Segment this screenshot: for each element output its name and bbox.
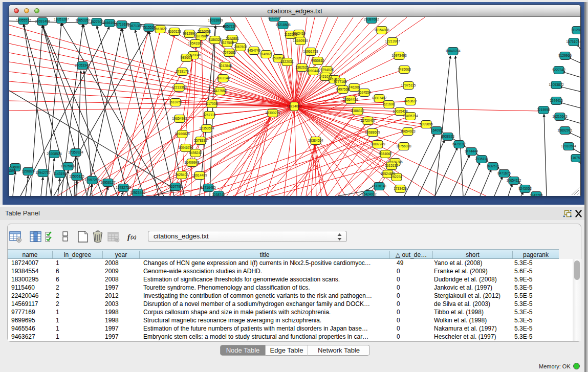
svg-text:585081: 585081: [10, 165, 21, 169]
svg-text:19384554: 19384554: [308, 139, 323, 142]
svg-text:13300273: 13300273: [265, 111, 280, 115]
svg-text:17359924: 17359924: [68, 150, 83, 154]
svg-text:1733426: 1733426: [394, 187, 407, 190]
svg-text:1962419: 1962419: [292, 32, 306, 35]
svg-text:19654923: 19654923: [400, 129, 416, 133]
svg-text:16848784: 16848784: [445, 49, 461, 53]
svg-text:1615132: 1615132: [385, 164, 398, 167]
svg-text:9227342: 9227342: [552, 68, 565, 72]
svg-text:12213363: 12213363: [171, 85, 187, 89]
svg-text:6497568: 6497568: [336, 87, 350, 91]
svg-text:12213967: 12213967: [385, 39, 400, 43]
svg-text:5226058: 5226058: [198, 30, 211, 33]
svg-text:9657791: 9657791: [169, 185, 182, 188]
svg-text:1342786: 1342786: [530, 193, 543, 196]
svg-text:16033809: 16033809: [208, 18, 223, 22]
svg-text:7857224: 7857224: [223, 25, 236, 28]
svg-text:10154808: 10154808: [374, 28, 389, 32]
svg-text:9474444: 9474444: [465, 149, 478, 153]
svg-text:7663822: 7663822: [154, 27, 167, 31]
svg-text:8813054: 8813054: [268, 17, 281, 19]
svg-text:19654983: 19654983: [172, 117, 187, 120]
svg-text:2546881: 2546881: [226, 37, 239, 40]
svg-text:16961758: 16961758: [303, 50, 318, 53]
svg-text:17975115: 17975115: [401, 83, 416, 87]
svg-text:3624554: 3624554: [358, 91, 371, 94]
svg-text:12353594: 12353594: [199, 126, 214, 130]
svg-text:7625402: 7625402: [175, 173, 188, 177]
svg-text:5578332: 5578332: [194, 139, 207, 142]
svg-text:13716485: 13716485: [201, 186, 216, 189]
svg-text:29053346: 29053346: [75, 63, 90, 67]
svg-text:621608: 621608: [383, 102, 395, 106]
svg-text:10756928: 10756928: [396, 144, 411, 148]
svg-text:14055572: 14055572: [16, 18, 31, 22]
svg-text:8938923: 8938923: [441, 135, 454, 138]
svg-text:20208576: 20208576: [47, 152, 62, 156]
svg-text:7632621: 7632621: [486, 164, 499, 168]
svg-text:4391590: 4391590: [9, 169, 16, 172]
svg-text:9146821: 9146821: [259, 52, 273, 56]
svg-text:9794028: 9794028: [320, 68, 334, 72]
svg-text:2386372: 2386372: [351, 109, 364, 113]
svg-text:16782759: 16782759: [116, 186, 131, 189]
svg-text:9463627: 9463627: [404, 99, 417, 103]
svg-text:7588520: 7588520: [272, 56, 285, 60]
svg-text:10807487: 10807487: [372, 96, 387, 100]
svg-text:18807249: 18807249: [370, 142, 385, 146]
svg-text:7955812: 7955812: [311, 59, 324, 62]
svg-text:9245052: 9245052: [518, 187, 532, 190]
svg-text:10046786: 10046786: [178, 146, 193, 149]
svg-text:9242848: 9242848: [219, 64, 232, 68]
svg-text:19218506: 19218506: [275, 23, 291, 27]
svg-text:16210643: 16210643: [552, 115, 568, 118]
svg-text:1156829: 1156829: [21, 169, 35, 173]
svg-text:20387682: 20387682: [364, 17, 379, 21]
svg-text:13495794: 13495794: [403, 114, 418, 118]
svg-text:10543362: 10543362: [188, 41, 203, 45]
svg-text:12505125: 12505125: [69, 174, 84, 178]
svg-text:8990444: 8990444: [307, 69, 320, 73]
svg-text:1112803: 1112803: [571, 28, 580, 32]
svg-text:8427552: 8427552: [213, 89, 227, 93]
svg-text:1610755: 1610755: [169, 100, 182, 104]
svg-text:(x): (x): [130, 234, 137, 240]
svg-text:8454749: 8454749: [247, 49, 260, 52]
svg-text:17957255: 17957255: [84, 178, 100, 182]
svg-text:617008: 617008: [206, 102, 217, 105]
svg-text:6322031: 6322031: [280, 60, 294, 63]
svg-text:1527602: 1527602: [90, 20, 103, 24]
svg-text:3267110: 3267110: [203, 113, 216, 117]
svg-text:6099695: 6099695: [420, 122, 433, 126]
svg-text:12424032: 12424032: [361, 192, 377, 196]
svg-text:2935114: 2935114: [475, 157, 488, 161]
svg-text:10671385: 10671385: [127, 24, 143, 28]
svg-text:1244415: 1244415: [550, 99, 563, 102]
svg-text:8471676: 8471676: [497, 171, 511, 175]
svg-text:9777169: 9777169: [334, 80, 347, 83]
svg-text:15692971: 15692971: [557, 128, 573, 132]
svg-text:1143191: 1143191: [53, 172, 67, 176]
svg-text:2718170: 2718170: [176, 70, 189, 73]
svg-text:989607: 989607: [181, 56, 192, 59]
svg-text:19351287: 19351287: [54, 17, 69, 21]
svg-text:16409948: 16409948: [184, 161, 200, 164]
svg-text:20691406: 20691406: [35, 19, 50, 23]
svg-text:17010504: 17010504: [561, 144, 576, 148]
svg-text:1038742: 1038742: [212, 193, 225, 196]
svg-text:16914489: 16914489: [192, 173, 207, 177]
svg-text:8186328: 8186328: [208, 38, 222, 41]
svg-text:12942757: 12942757: [35, 171, 51, 174]
svg-text:1362625: 1362625: [295, 65, 309, 69]
svg-text:9384067: 9384067: [379, 152, 392, 156]
svg-text:12093872: 12093872: [549, 83, 564, 86]
svg-text:3215958: 3215958: [537, 108, 550, 112]
svg-text:2867608: 2867608: [234, 45, 247, 49]
svg-text:10973493: 10973493: [391, 54, 407, 57]
svg-text:10120746: 10120746: [387, 160, 403, 164]
svg-text:18640910: 18640910: [293, 39, 308, 42]
svg-text:164095: 164095: [431, 128, 442, 132]
svg-text:15720407: 15720407: [360, 119, 376, 122]
svg-text:8660123: 8660123: [168, 30, 181, 33]
svg-text:116753: 116753: [571, 156, 580, 160]
